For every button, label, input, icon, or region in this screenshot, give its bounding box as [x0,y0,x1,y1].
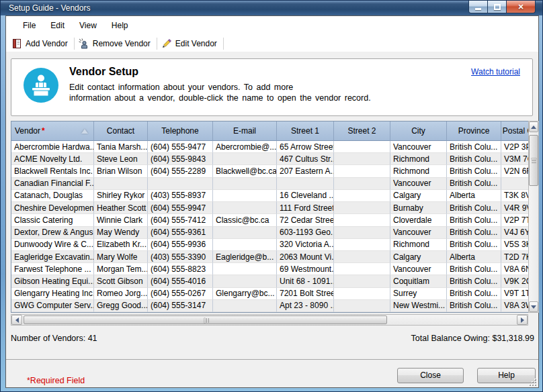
scroll-down-button[interactable] [529,301,538,312]
cell[interactable]: British Colu... [447,263,501,275]
cell[interactable]: Glengarry@bc... [213,288,277,300]
cell[interactable] [334,141,390,153]
cell[interactable]: Vancouver [390,227,447,239]
cell[interactable]: Abercrombie Hardwa... [11,141,94,153]
cell[interactable]: Richmond [390,239,447,251]
cell[interactable]: Catanach, Douglas [11,190,94,202]
cell[interactable]: Shirley Rykor [94,190,148,202]
column-header-street-1[interactable]: Street 1 [277,121,334,141]
horizontal-scrollbar[interactable] [11,314,528,326]
cell[interactable] [213,202,277,214]
cell[interactable] [334,263,390,275]
cell[interactable]: 65 Arrow Street [277,141,334,153]
column-header-e-mail[interactable]: E-mail [213,121,277,141]
cell[interactable]: ACME Novelty Ltd. [11,153,94,165]
minimize-button[interactable] [468,1,488,13]
cell[interactable]: Vancouver [390,178,447,190]
cell[interactable]: V8A 6N4 [501,263,528,275]
cell[interactable] [334,251,390,263]
edit-vendor-button[interactable]: Edit Vendor [159,37,222,50]
cell[interactable]: Blackwell@bc.ca [213,165,277,177]
cell[interactable] [334,239,390,251]
cell[interactable]: V5S 3K1 [501,239,528,251]
cell[interactable]: British Colu... [447,300,501,312]
table-row[interactable]: GWG Computer Serv...Gregg Good...(604) 5… [11,300,528,312]
remove-vendor-button[interactable]: Remove Vendor [76,37,155,50]
watch-tutorial-link[interactable]: Watch tutorial [471,67,520,77]
title-bar[interactable]: Setup Guide - Vendors ✕ [1,1,542,15]
cell[interactable]: T2D 7K0 [501,251,528,263]
table-row[interactable]: Dunwoody Wire & C...Elizabeth Kr...(604)… [11,239,528,251]
cell[interactable]: (604) 555-4016 [148,275,213,287]
cell[interactable] [334,202,390,214]
cell[interactable]: Eagleridge@b... [213,251,277,263]
cell[interactable]: British Colu... [447,214,501,226]
cell[interactable]: Blackwell Rentals Inc. [11,165,94,177]
cell[interactable]: V8A 3W [501,300,528,312]
cell[interactable]: 467 Cultus Str... [277,153,334,165]
cell[interactable] [334,153,390,165]
cell[interactable] [213,239,277,251]
cell[interactable] [277,178,334,190]
cell[interactable]: 16 Cleveland ... [277,190,334,202]
column-header-province[interactable]: Province [447,121,501,141]
cell[interactable]: British Colu... [447,288,501,300]
close-button[interactable]: Close [397,368,464,383]
cell[interactable]: V2N 6R5 [501,165,528,177]
cell[interactable]: 207 Eastern A... [277,165,334,177]
cell[interactable]: Alberta [447,251,501,263]
cell[interactable]: V3M 7Q [501,153,528,165]
add-vendor-button[interactable]: Add Vendor [9,37,73,50]
close-window-button[interactable]: ✕ [506,1,536,13]
cell[interactable]: Eagleridge Excavatin... [11,251,94,263]
cell[interactable]: Dunwoody Wire & C... [11,239,94,251]
cell[interactable]: Calgary [390,190,447,202]
cell[interactable] [148,178,213,190]
cell[interactable]: Elizabeth Kr... [94,239,148,251]
cell[interactable]: 2063 Mount Vi... [277,251,334,263]
cell[interactable] [213,263,277,275]
cell[interactable]: British Colu... [447,227,501,239]
help-button[interactable]: Help [477,368,536,383]
cell[interactable]: (604) 555-9361 [148,227,213,239]
cell[interactable]: (604) 555-8823 [148,263,213,275]
table-row[interactable]: Blackwell Rentals Inc.Brian Wilson(604) … [11,165,528,177]
cell[interactable]: (604) 555-2289 [148,165,213,177]
cell[interactable]: British Colu... [447,239,501,251]
cell[interactable]: V9T 1T5 [501,288,528,300]
cell[interactable]: V4R 9V4 [501,202,528,214]
cell[interactable]: V4J 6Y9 [501,227,528,239]
cell[interactable]: (403) 555-3390 [148,251,213,263]
cell[interactable]: Vancouver [390,141,447,153]
cell[interactable]: Calgary [390,251,447,263]
scroll-right-button[interactable] [517,315,528,325]
cell[interactable]: 320 Victoria A... [277,239,334,251]
cell[interactable]: 7201 Bolt Street [277,288,334,300]
cell[interactable] [334,165,390,177]
cell[interactable] [334,275,390,287]
table-row[interactable]: ACME Novelty Ltd.Steve Leon(604) 555-984… [11,153,528,165]
table-row[interactable]: Dextor, Drew & AngusMay Wendy(604) 555-9… [11,227,528,239]
cell[interactable] [213,227,277,239]
cell[interactable]: Farwest Telephone ... [11,263,94,275]
column-header-city[interactable]: City [390,121,447,141]
scroll-up-button[interactable] [529,121,538,132]
cell[interactable]: (604) 555-9843 [148,153,213,165]
table-row[interactable]: Abercrombie Hardwa...Tania Marsh...(604)… [11,141,528,153]
cell[interactable]: Morgan Tem... [94,263,148,275]
cell[interactable]: Gregg Good... [94,300,148,312]
cell[interactable]: Heather Scott [94,202,148,214]
cell[interactable] [334,190,390,202]
cell[interactable]: British Colu... [447,141,501,153]
table-row[interactable]: Eagleridge Excavatin...Mary Wolfe(403) 5… [11,251,528,263]
cell[interactable] [94,178,148,190]
cell[interactable]: V2P 3P3 [501,141,528,153]
cell[interactable] [213,190,277,202]
cell[interactable] [334,178,390,190]
column-header-contact[interactable]: Contact [94,121,148,141]
cell[interactable]: British Colu... [447,178,501,190]
cell[interactable]: (403) 555-8937 [148,190,213,202]
cell[interactable]: GWG Computer Serv... [11,300,94,312]
cell[interactable]: Classic@bc.ca [213,214,277,226]
cell[interactable]: Canadian Financial F... [11,178,94,190]
